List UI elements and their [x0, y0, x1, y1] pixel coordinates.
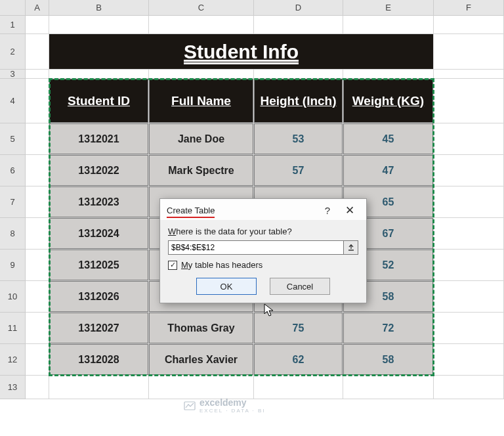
cell-d1[interactable]: [254, 16, 343, 34]
col-header-c[interactable]: C: [149, 0, 254, 15]
cell-a5[interactable]: [26, 123, 49, 155]
collapse-range-icon[interactable]: [344, 240, 358, 255]
cell-b13[interactable]: [49, 376, 149, 399]
col-header-e[interactable]: E: [343, 0, 434, 15]
row-header-4[interactable]: 4: [0, 79, 26, 123]
col-header-d[interactable]: D: [254, 0, 343, 15]
header-weight[interactable]: Weight (KG): [343, 79, 434, 123]
row-header-6[interactable]: 6: [0, 155, 26, 186]
cell-c6[interactable]: Mark Spectre: [149, 155, 254, 186]
cell-c13[interactable]: [149, 376, 254, 399]
cell-a1[interactable]: [26, 16, 49, 34]
row-header-5[interactable]: 5: [0, 123, 26, 155]
ok-button[interactable]: OK: [196, 278, 257, 295]
row-header-1[interactable]: 1: [0, 16, 26, 34]
cell-f13[interactable]: [434, 376, 504, 399]
cell-c12[interactable]: Charles Xavier: [149, 344, 254, 376]
cell-b1[interactable]: [49, 16, 149, 34]
cell-a2[interactable]: [26, 34, 49, 70]
cell-a10[interactable]: [26, 281, 49, 313]
data-name: Charles Xavier: [149, 344, 253, 375]
close-icon[interactable]: ✕: [339, 203, 361, 217]
cell-b12[interactable]: 1312028: [49, 344, 149, 376]
cell-b6[interactable]: 1312022: [49, 155, 149, 186]
row-header-12[interactable]: 12: [0, 344, 26, 376]
cell-f1[interactable]: [434, 16, 504, 34]
cell-e12[interactable]: 58: [343, 344, 434, 376]
cell-f12[interactable]: [434, 344, 504, 376]
title-banner[interactable]: Student Info: [49, 34, 434, 70]
cell-a4[interactable]: [26, 79, 49, 123]
cell-b8[interactable]: 1312024: [49, 218, 149, 250]
cell-a7[interactable]: [26, 186, 49, 218]
cell-b11[interactable]: 1312027: [49, 313, 149, 344]
select-all-corner[interactable]: [0, 0, 26, 15]
cell-f4[interactable]: [434, 79, 504, 123]
cancel-button[interactable]: Cancel: [270, 278, 330, 295]
data-id: 1312023: [49, 186, 148, 217]
cell-e1[interactable]: [343, 16, 434, 34]
cell-c1[interactable]: [149, 16, 254, 34]
cell-a8[interactable]: [26, 218, 49, 250]
cell-d11[interactable]: 75: [254, 313, 343, 344]
data-name: Mark Spectre: [149, 155, 253, 186]
data-id: 1312027: [49, 313, 148, 343]
cell-f3[interactable]: [434, 70, 504, 79]
cell-c11[interactable]: Thomas Gray: [149, 313, 254, 344]
cell-a3[interactable]: [26, 70, 49, 79]
cell-f10[interactable]: [434, 281, 504, 313]
cell-f8[interactable]: [434, 218, 504, 250]
row-header-7[interactable]: 7: [0, 186, 26, 218]
cell-f5[interactable]: [434, 123, 504, 155]
range-input[interactable]: [168, 240, 344, 255]
cell-d3[interactable]: [254, 70, 343, 79]
cell-d5[interactable]: 53: [254, 123, 343, 155]
row-header-13[interactable]: 13: [0, 376, 26, 399]
cell-b3[interactable]: [49, 70, 149, 79]
cell-e11[interactable]: 72: [343, 313, 434, 344]
row-header-9[interactable]: 9: [0, 250, 26, 281]
cell-b9[interactable]: 1312025: [49, 250, 149, 281]
headers-checkbox[interactable]: ✓: [168, 261, 177, 270]
cell-a12[interactable]: [26, 344, 49, 376]
data-id: 1312028: [49, 344, 148, 375]
col-header-b[interactable]: B: [49, 0, 149, 15]
cell-d13[interactable]: [254, 376, 343, 399]
cell-b10[interactable]: 1312026: [49, 281, 149, 313]
dialog-titlebar[interactable]: Create Table ? ✕: [160, 199, 366, 220]
cell-a9[interactable]: [26, 250, 49, 281]
cell-b7[interactable]: 1312023: [49, 186, 149, 218]
cell-a13[interactable]: [26, 376, 49, 399]
row-header-8[interactable]: 8: [0, 218, 26, 250]
cell-a11[interactable]: [26, 313, 49, 344]
cell-e6[interactable]: 47: [343, 155, 434, 186]
cell-e3[interactable]: [343, 70, 434, 79]
cell-e13[interactable]: [343, 376, 434, 399]
cell-d6[interactable]: 57: [254, 155, 343, 186]
cell-f9[interactable]: [434, 250, 504, 281]
header-height[interactable]: Height (Inch): [254, 79, 343, 123]
col-header-a[interactable]: A: [26, 0, 49, 15]
cell-d12[interactable]: 62: [254, 344, 343, 376]
cell-e5[interactable]: 45: [343, 123, 434, 155]
cell-b5[interactable]: 1312021: [49, 123, 149, 155]
help-icon[interactable]: ?: [316, 203, 339, 217]
header-weight-text: Weight (KG): [343, 79, 433, 123]
cell-a6[interactable]: [26, 155, 49, 186]
data-weight: 72: [343, 313, 433, 343]
header-name[interactable]: Full Name: [149, 79, 254, 123]
row-header-10[interactable]: 10: [0, 281, 26, 313]
header-id-text: Student ID: [49, 79, 148, 123]
data-weight: 58: [343, 344, 433, 375]
cell-f6[interactable]: [434, 155, 504, 186]
header-id[interactable]: Student ID: [49, 79, 149, 123]
row-header-11[interactable]: 11: [0, 313, 26, 344]
cell-f11[interactable]: [434, 313, 504, 344]
cell-f2[interactable]: [434, 34, 504, 70]
cell-c3[interactable]: [149, 70, 254, 79]
cell-c5[interactable]: Jane Doe: [149, 123, 254, 155]
col-header-f[interactable]: F: [434, 0, 504, 15]
row-header-2[interactable]: 2: [0, 34, 26, 70]
row-header-3[interactable]: 3: [0, 70, 26, 79]
cell-f7[interactable]: [434, 186, 504, 218]
